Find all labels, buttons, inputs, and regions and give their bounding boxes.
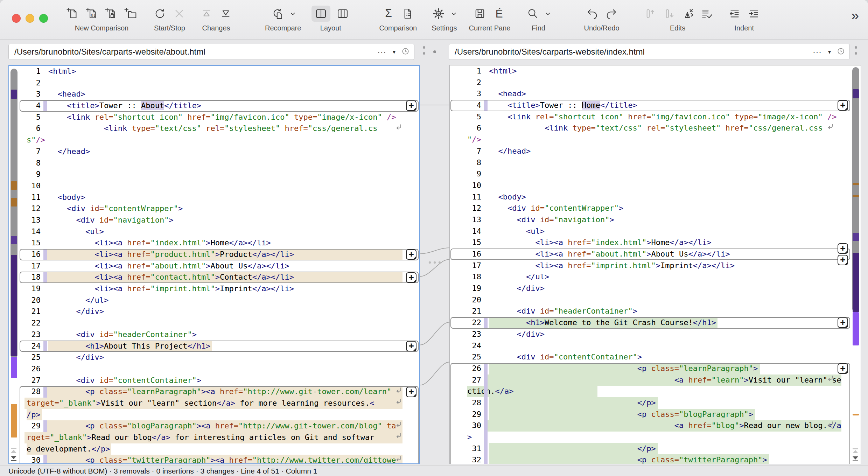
code-line[interactable]: 6 <link type="text/css" rel="stylesheet"… bbox=[450, 122, 861, 134]
code-line[interactable]: 9 bbox=[450, 168, 861, 180]
apply-change-button[interactable]: + bbox=[838, 243, 848, 254]
code-line[interactable]: 19 <li><a href="imprint.html">Imprint</a… bbox=[9, 283, 419, 295]
code-line[interactable]: 21 </div> bbox=[9, 306, 419, 317]
scroll-next-change-icon[interactable] bbox=[9, 456, 18, 461]
code-line[interactable]: 11 <body> bbox=[9, 192, 419, 203]
left-change-map[interactable] bbox=[9, 66, 19, 463]
code-line[interactable]: 25 </div> bbox=[9, 352, 419, 363]
code-line[interactable]: 32 <p class="twitterParagraph"> bbox=[450, 454, 861, 464]
code-line[interactable]: 3 <head> bbox=[450, 88, 861, 100]
code-line[interactable]: 18 </ul> bbox=[450, 271, 861, 283]
apply-change-button[interactable]: + bbox=[406, 387, 416, 397]
change-marker[interactable] bbox=[853, 414, 859, 415]
apply-change-button[interactable]: + bbox=[406, 272, 416, 283]
code-line[interactable]: ction.</a> bbox=[450, 386, 861, 397]
find-icon[interactable] bbox=[526, 7, 540, 21]
apply-change-button[interactable]: + bbox=[406, 100, 416, 111]
push-up-icon[interactable] bbox=[642, 7, 656, 21]
zoom-window-button[interactable] bbox=[39, 14, 48, 23]
code-line[interactable]: 14 <ul> bbox=[9, 226, 419, 238]
change-marker[interactable] bbox=[11, 198, 17, 206]
redo-icon[interactable] bbox=[604, 7, 618, 21]
right-editor-pane[interactable]: 1<html>23 <head>4 <title>Tower :: Home</… bbox=[449, 65, 861, 464]
code-line[interactable]: 29 <p class="blogParagraph"><a href="htt… bbox=[9, 420, 419, 432]
code-line[interactable]: 23 </div> bbox=[450, 329, 861, 340]
new-numbered-comparison-icon[interactable]: 01 bbox=[85, 7, 99, 21]
comparison-sigma-icon[interactable]: Σ bbox=[382, 7, 396, 21]
path-menu-icon[interactable]: … bbox=[377, 48, 387, 51]
pane-handle-dots[interactable] bbox=[423, 46, 425, 55]
code-line[interactable]: 16 <li><a href="about.html">About Us</a>… bbox=[450, 248, 861, 260]
encoding-icon[interactable]: É bbox=[492, 7, 506, 21]
next-change-icon[interactable] bbox=[219, 7, 233, 21]
change-marker[interactable] bbox=[853, 183, 859, 185]
new-locked-comparison-icon[interactable] bbox=[104, 7, 118, 21]
code-line[interactable]: 15 <li><a href="index.html">Home</a></li… bbox=[450, 237, 861, 248]
code-line[interactable]: 1<html> bbox=[9, 66, 419, 77]
previous-change-icon[interactable] bbox=[200, 7, 214, 21]
scroll-previous-change-icon[interactable] bbox=[851, 448, 860, 454]
outdent-icon[interactable] bbox=[728, 7, 742, 21]
scroll-previous-change-icon[interactable] bbox=[9, 448, 18, 453]
comparison-report-icon[interactable] bbox=[401, 7, 415, 21]
pane-swap-dot[interactable] bbox=[433, 50, 436, 53]
apply-change-button[interactable]: + bbox=[838, 363, 848, 374]
apply-change-button[interactable]: + bbox=[838, 317, 848, 328]
stop-x-icon[interactable] bbox=[172, 7, 186, 21]
pane-handle-dots[interactable] bbox=[855, 46, 857, 55]
code-line[interactable]: 27 <a href="learn">Visit our "learn" se bbox=[450, 374, 861, 386]
start-refresh-icon[interactable] bbox=[153, 7, 167, 21]
code-line[interactable]: 14 <ul> bbox=[450, 226, 861, 237]
code-line[interactable]: 28 <p class="learnParagraph"><a href="ht… bbox=[9, 386, 419, 398]
code-line[interactable]: 7 </head> bbox=[9, 146, 419, 158]
push-down-icon[interactable] bbox=[661, 7, 675, 21]
code-line[interactable]: 19 </div> bbox=[450, 283, 861, 294]
new-folder-comparison-icon[interactable] bbox=[124, 7, 138, 21]
change-marker[interactable] bbox=[11, 236, 17, 244]
code-line[interactable]: 26 <p class="learnParagraph">+ bbox=[450, 363, 861, 374]
code-line[interactable]: /p> bbox=[9, 409, 419, 421]
code-line[interactable]: 21 <div id="headerContainer"> bbox=[450, 306, 861, 317]
code-line[interactable]: 24 <h1>About This Project</h1>+ bbox=[9, 341, 419, 352]
code-line[interactable]: s"/> bbox=[9, 134, 419, 146]
settings-chevron-icon[interactable] bbox=[451, 11, 457, 17]
code-line[interactable]: "/> bbox=[450, 134, 861, 146]
path-menu-icon[interactable]: … bbox=[812, 48, 822, 51]
settings-gear-icon[interactable] bbox=[432, 7, 446, 21]
code-line[interactable]: 30 <p class="twitterParagraph"><a href="… bbox=[9, 455, 419, 464]
code-line[interactable]: 26 bbox=[9, 363, 419, 375]
code-line[interactable]: 12 <div id="contentWrapper"> bbox=[9, 203, 419, 215]
change-marker[interactable] bbox=[11, 255, 17, 356]
code-line[interactable]: 13 <div id="navigation"> bbox=[450, 214, 861, 226]
code-line[interactable]: 1<html> bbox=[450, 65, 861, 77]
code-line[interactable]: 3 <head> bbox=[9, 89, 419, 100]
history-icon[interactable] bbox=[401, 47, 410, 57]
change-marker[interactable] bbox=[853, 89, 859, 98]
code-line[interactable]: 8 bbox=[450, 157, 861, 169]
accept-edits-icon[interactable] bbox=[700, 7, 714, 21]
change-marker[interactable] bbox=[11, 357, 17, 378]
new-file-comparison-icon[interactable] bbox=[66, 7, 80, 21]
code-line[interactable]: 31 </p> bbox=[450, 443, 861, 455]
minimize-window-button[interactable] bbox=[26, 14, 34, 23]
code-line[interactable]: 10 bbox=[450, 180, 861, 191]
left-editor-pane[interactable]: 1<html>23 <head>4 <title>Tower :: About<… bbox=[8, 65, 420, 464]
code-line[interactable]: e development.</p> bbox=[9, 443, 419, 455]
code-line[interactable]: 4 <title>Tower :: Home</title>+ bbox=[450, 100, 861, 111]
code-line[interactable]: 20 bbox=[450, 294, 861, 306]
path-dropdown-icon[interactable]: ▾ bbox=[828, 49, 831, 55]
save-icon[interactable] bbox=[473, 7, 487, 21]
code-line[interactable]: 27 <div id="contentContainer"> bbox=[9, 375, 419, 386]
code-line[interactable]: 2 bbox=[9, 77, 419, 89]
code-line[interactable]: target="_blank">Visit our "learn" sectio… bbox=[9, 398, 419, 409]
code-line[interactable]: 13 <div id="navigation"> bbox=[9, 215, 419, 226]
code-line[interactable]: 18 <li><a href="contact.html">Contact</a… bbox=[9, 272, 419, 283]
recompare-icon[interactable] bbox=[271, 7, 285, 21]
apply-change-button[interactable]: + bbox=[838, 255, 848, 265]
change-marker[interactable] bbox=[853, 233, 859, 241]
right-change-map[interactable] bbox=[851, 65, 861, 464]
apply-change-button[interactable]: + bbox=[838, 100, 848, 111]
code-line[interactable]: 10 bbox=[9, 180, 419, 192]
code-line[interactable]: 25 <div id="contentContainer"> bbox=[450, 351, 861, 363]
file-path-left[interactable]: /Users/brunobrito/Sites/carparts-website… bbox=[8, 44, 414, 60]
